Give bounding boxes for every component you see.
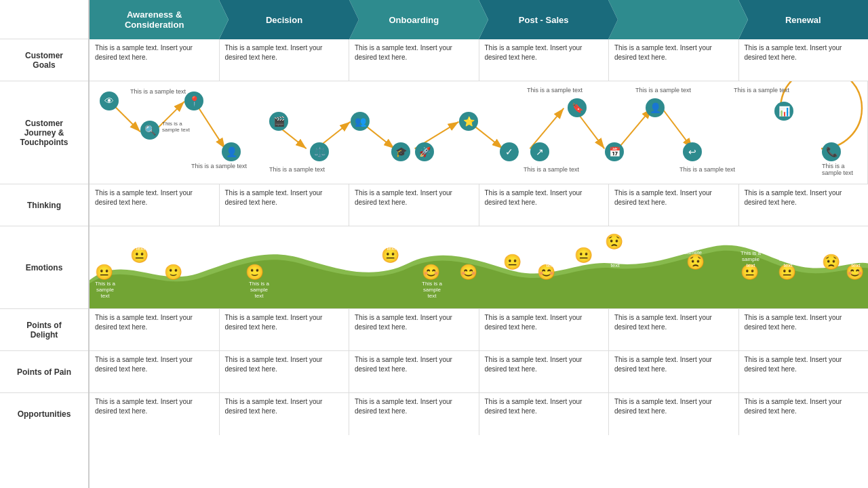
delight-cell-1: This is a sample text. Insert your desir… [90, 309, 220, 350]
thinking-cell-6: This is a sample text. Insert your desir… [739, 184, 869, 226]
emoji-7: 😊 [459, 264, 477, 281]
journey-label-12: This is asample text [822, 163, 853, 176]
icon-people: 👥 [351, 112, 370, 131]
emotion-label-4: This is asample text [245, 281, 273, 299]
row-emotions: 😐 This is asample text 😐 This is asample… [90, 226, 868, 309]
header-onboarding: Onboarding [349, 0, 479, 39]
emotion-label-1: This is asample text [95, 281, 115, 299]
row-customer-journey: 👁 🔍 📍 👤 This is a sample text This is as… [90, 81, 868, 184]
delight-cell-4: This is a sample text. Insert your desir… [479, 309, 610, 350]
thinking-cell-2: This is a sample text. Insert your desir… [220, 184, 350, 226]
emoji-11: 😟 [605, 233, 623, 251]
row-points-of-pain: This is a sample text. Insert your desir… [90, 351, 868, 393]
icon-person: 👤 [222, 142, 241, 161]
header-decision: Decision [219, 0, 349, 39]
goals-cell-5: This is a sample text. Insert your desir… [609, 39, 739, 81]
delight-cell-5: This is a sample text. Insert your desir… [609, 309, 739, 350]
header-empty [608, 0, 738, 39]
emotion-label-11: This is asample text [601, 250, 629, 268]
opps-cell-1: This is a sample text. Insert your desir… [90, 393, 220, 435]
icon-cap: 🎓 [391, 142, 410, 161]
journey-label-4: This is a sample text [269, 166, 325, 173]
opps-cell-2: This is a sample text. Insert your desir… [220, 393, 350, 435]
emotion-label-6: This is asample text [418, 281, 446, 299]
thinking-cell-1: This is a sample text. Insert your desir… [90, 184, 220, 226]
emoji-6: 😊 [422, 264, 440, 281]
svg-line-11 [618, 108, 652, 149]
label-points-of-delight: Points ofDelight [0, 309, 88, 351]
emoji-1: 😐 [95, 264, 113, 281]
delight-cell-3: This is a sample text. Insert your desir… [349, 309, 479, 350]
icon-check: ✓ [500, 142, 519, 161]
journey-label-9: This is a sample text [635, 87, 691, 94]
header-awareness-label: Awareness & Consideration [125, 9, 184, 30]
emotion-label-5: This is asample text [378, 233, 405, 251]
journey-label-10: This is a sample text [679, 166, 735, 173]
main-container: CustomerGoals CustomerJourney &Touchpoin… [0, 0, 868, 488]
header-decision-label: Decision [266, 15, 302, 25]
icon-bookmark: 🔖 [568, 98, 587, 117]
emoji-3: 🙂 [164, 264, 182, 281]
icon-map: 📍 [184, 92, 203, 110]
emotions-content: 😐 This is asample text 😐 This is asample… [90, 226, 868, 308]
icon-film: 🎬 [269, 112, 288, 131]
emotion-label-17: This is asample text [842, 250, 868, 268]
icon-phone: 📞 [822, 142, 841, 161]
journey-label-2: This is asample text [162, 121, 190, 133]
row-points-of-delight: This is a sample text. Insert your desir… [90, 309, 868, 351]
emoji-15: 😟 [822, 253, 840, 271]
label-customer-journey: CustomerJourney &Touchpoints [0, 81, 88, 184]
icon-eye: 👁 [100, 92, 119, 110]
row-thinking: This is a sample text. Insert your desir… [90, 184, 868, 226]
goals-cell-6: This is a sample text. Insert your desir… [739, 39, 869, 81]
emotion-label-15: This is asample text [774, 250, 802, 268]
goals-cell-3: This is a sample text. Insert your desir… [349, 39, 479, 81]
pain-cell-5: This is a sample text. Insert your desir… [609, 351, 739, 392]
label-thinking: Thinking [0, 184, 88, 226]
emotion-label-9: This is asample text [537, 250, 564, 268]
header-row: Awareness & Consideration Decision Onboa… [90, 0, 868, 39]
journey-content: 👁 🔍 📍 👤 This is a sample text This is as… [90, 81, 868, 184]
header-renewal: Renewal [738, 0, 868, 39]
thinking-cell-3: This is a sample text. Insert your desir… [349, 184, 479, 226]
goals-cell-2: This is a sample text. Insert your desir… [220, 39, 350, 81]
emotion-label-12: This is asample text [646, 240, 673, 258]
goals-cell-1: This is a sample text. Insert your desir… [90, 39, 220, 81]
icon-rocket: 🚀 [415, 142, 434, 161]
emoji-8: 😐 [503, 253, 521, 271]
journey-label-7: This is a sample text [527, 87, 583, 94]
thinking-cell-4: This is a sample text. Insert your desir… [479, 184, 610, 226]
delight-cell-2: This is a sample text. Insert your desir… [220, 309, 350, 350]
header-post-sales: Post - Sales [479, 0, 608, 39]
emoji-12: 😟 [686, 253, 705, 271]
icon-chart: 📊 [774, 102, 793, 121]
row-opportunities: This is a sample text. Insert your desir… [90, 393, 868, 435]
label-customer-goals: CustomerGoals [0, 39, 88, 81]
emotion-label-14: This is asample text [737, 250, 764, 268]
pain-cell-1: This is a sample text. Insert your desir… [90, 351, 220, 392]
label-points-of-pain: Points of Pain [0, 351, 88, 393]
header-renewal-label: Renewal [785, 15, 821, 25]
goals-cell-4: This is a sample text. Insert your desir… [479, 39, 610, 81]
opps-cell-4: This is a sample text. Insert your desir… [479, 393, 610, 435]
delight-cell-6: This is a sample text. Insert your desir… [739, 309, 869, 350]
header-onboarding-label: Onboarding [389, 15, 439, 25]
header-awareness: Awareness & Consideration [90, 0, 219, 39]
opps-cell-6: This is a sample text. Insert your desir… [739, 393, 869, 435]
pain-cell-4: This is a sample text. Insert your desir… [479, 351, 610, 392]
icon-search: 🔍 [140, 121, 159, 140]
pain-cell-3: This is a sample text. Insert your desir… [349, 351, 479, 392]
opps-cell-5: This is a sample text. Insert your desir… [609, 393, 739, 435]
icon-star: ⭐ [459, 112, 478, 131]
icon-scale: ⚖️ [310, 142, 329, 161]
emoji-10: 😐 [574, 247, 593, 264]
journey-label-1: This is a sample text [130, 88, 186, 95]
journey-label-8: This is a sample text [524, 166, 579, 173]
header-post-sales-label: Post - Sales [519, 15, 569, 25]
icon-cursor: ↗ [530, 142, 549, 161]
thinking-cell-5: This is a sample text. Insert your desir… [609, 184, 739, 226]
opps-cell-3: This is a sample text. Insert your desir… [349, 393, 479, 435]
label-emotions: Emotions [0, 226, 88, 309]
icon-person2: 👤 [646, 98, 665, 117]
label-opportunities: Opportunities [0, 393, 88, 435]
